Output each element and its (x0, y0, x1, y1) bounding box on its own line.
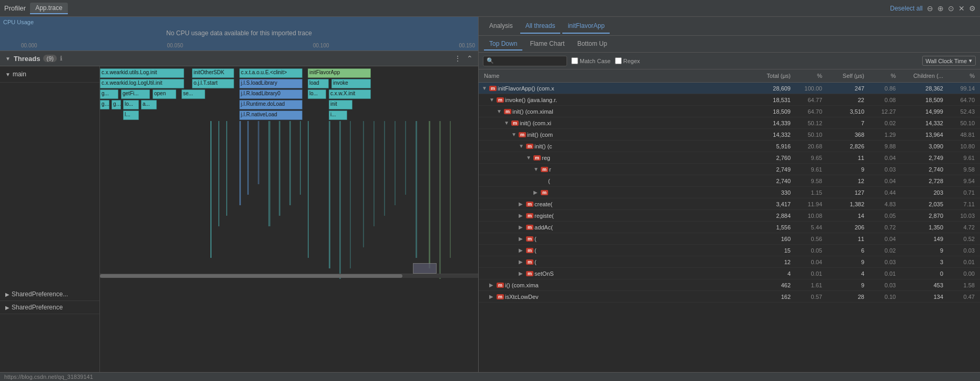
tab-all-threads[interactable]: All threads (520, 19, 561, 34)
sub-tab-top-down[interactable]: Top Down (484, 38, 522, 51)
expand-arrow[interactable]: ▶ (519, 224, 525, 230)
self-pct-cell: 0.02 (866, 120, 898, 126)
table-row[interactable]: ▼ m init() (c 5,916 20.68 2,826 9.88 3,0… (479, 141, 980, 152)
table-row[interactable]: ( 2,740 9.58 12 0.04 2,728 9.54 (479, 175, 980, 187)
flame-block[interactable]: load (308, 79, 329, 88)
flame-block[interactable]: c.x.wearkid.log.LogUtil.init (100, 79, 184, 88)
table-row[interactable]: ▶ m registe( 2,884 10.08 14 0.05 2,870 1… (479, 210, 980, 222)
shared-pref-expand-2[interactable]: ▶ (5, 305, 9, 310)
threads-menu-icon[interactable]: ⋮ (454, 54, 461, 63)
table-row[interactable]: ▶ m addAc( 1,556 5.44 206 0.72 1,350 4.7… (479, 222, 980, 233)
settings-icon[interactable]: ⚙ (969, 4, 976, 13)
table-row[interactable]: ▶ m create( 3,417 11.94 1,382 4.83 2,035… (479, 198, 980, 210)
flame-block[interactable]: se... (181, 89, 205, 99)
table-row[interactable]: ▼ m initFlavorApp() (com.x 28,609 100.00… (479, 83, 980, 94)
table-row[interactable]: ▶ m ( 160 0.56 11 0.04 149 0.52 (479, 233, 980, 245)
table-row[interactable]: ▼ m invoke() (java.lang.r. 18,531 64.77 … (479, 94, 980, 106)
expand-arrow[interactable]: ▼ (497, 108, 503, 114)
flame-block[interactable]: j.l.R.loadLibrary0 (239, 89, 302, 99)
flame-block[interactable]: initOtherSDK (192, 68, 234, 78)
search-icon: 🔍 (487, 57, 494, 64)
restore-icon[interactable]: ⊙ (948, 4, 954, 13)
horizontal-scrollbar[interactable] (100, 274, 478, 278)
expand-arrow[interactable]: ▶ (519, 236, 525, 242)
regex-checkbox[interactable]: Regex (615, 57, 640, 64)
search-input[interactable] (496, 57, 559, 65)
flame-block[interactable]: lo... (123, 100, 139, 109)
self-cell: 28 (824, 294, 866, 300)
expand-arrow[interactable]: ▶ (489, 294, 496, 299)
total-pct-cell: 50.10 (793, 132, 824, 138)
flame-block[interactable]: j.l.R.nativeLoad (239, 111, 302, 120)
table-row[interactable]: ▼ m init() (com.ximal 18,509 64.70 3,510… (479, 106, 980, 117)
table-row[interactable]: ▶ m ( 12 0.04 9 0.03 3 0.01 (479, 256, 980, 268)
deselect-all-button[interactable]: Deselect all (890, 5, 923, 12)
tab-analysis[interactable]: Analysis (484, 19, 518, 34)
shared-pref-thread-2[interactable]: ▶ SharedPreference (0, 301, 99, 314)
expand-arrow[interactable]: ▼ (519, 143, 525, 149)
expand-arrow[interactable]: ▼ (482, 85, 488, 91)
table-row[interactable]: ▶ m 330 1.15 127 0.44 203 0.71 (479, 187, 980, 198)
tab-init-flavor-app[interactable]: initFlavorApp (562, 19, 610, 34)
method-badge: m (533, 155, 541, 161)
flame-block[interactable]: open (153, 89, 176, 99)
shared-pref-expand-1[interactable]: ▶ (5, 292, 9, 297)
col-self: Self (μs) (824, 72, 866, 80)
expand-arrow[interactable]: ▶ (519, 270, 525, 276)
flame-block[interactable]: c.x.t.a.o.u.E.<clinit> (239, 68, 302, 78)
flame-block[interactable]: init (329, 100, 352, 109)
flame-block[interactable]: l... (123, 111, 139, 120)
maximize-icon[interactable]: ⊕ (937, 4, 944, 13)
search-box[interactable]: 🔍 (483, 56, 567, 66)
children-cell: 3 (898, 259, 945, 265)
threads-collapse-icon[interactable]: ⌃ (467, 54, 473, 63)
flame-block[interactable]: getFi... (121, 89, 150, 99)
flame-block[interactable]: initFlavorApp (308, 68, 371, 78)
flame-block[interactable]: g... (100, 100, 109, 109)
expand-arrow[interactable]: ▼ (526, 155, 532, 161)
flame-block[interactable]: g... (112, 100, 121, 109)
expand-arrow[interactable]: ▶ (519, 259, 525, 265)
method-badge: m (497, 97, 504, 103)
flame-block[interactable]: o.j.l.T.start (192, 79, 234, 88)
flame-block[interactable]: i... (329, 111, 347, 120)
flame-block[interactable]: invoke (331, 79, 371, 88)
match-case-checkbox[interactable]: Match Case (571, 57, 611, 64)
expand-arrow[interactable]: ▼ (504, 120, 510, 126)
table-row[interactable]: ▶ m setOnS 4 0.01 4 0.01 0 0.00 (479, 268, 980, 279)
flame-block[interactable]: j.l.Runtime.doLoad (239, 100, 302, 109)
sub-tab-bottom-up[interactable]: Bottom Up (572, 38, 612, 51)
self-pct-cell: 1.29 (866, 132, 898, 138)
minimize-icon[interactable]: ⊖ (927, 4, 933, 13)
self-pct-cell: 0.03 (866, 166, 898, 173)
table-row[interactable]: ▼ m reg 2,760 9.65 11 0.04 2,749 9.61 (479, 152, 980, 164)
main-thread-expand[interactable]: ▼ (5, 72, 11, 77)
flame-block[interactable]: j.l.S.loadLibrary (239, 79, 302, 88)
expand-arrow[interactable]: ▶ (519, 247, 525, 253)
expand-arrow[interactable]: ▼ (489, 97, 496, 103)
table-row[interactable]: ▼ m init() (com.xi 14,339 50.12 7 0.02 1… (479, 117, 980, 129)
flame-block[interactable]: c.x.wearkid.utils.Log.init (100, 68, 184, 78)
table-row[interactable]: ▶ m isXtcLowDev 162 0.57 28 0.10 134 0.4… (479, 291, 980, 303)
expand-arrow[interactable]: ▼ (511, 132, 518, 137)
table-row[interactable]: ▼ m r 2,749 9.61 9 0.03 2,740 9.58 (479, 164, 980, 175)
expand-arrow[interactable]: ▶ (533, 189, 540, 195)
app-tab[interactable]: App.trace (30, 3, 67, 14)
table-row[interactable]: ▼ m init() (com 14,332 50.10 368 1.29 13… (479, 129, 980, 141)
expand-arrow[interactable]: ▶ (519, 201, 525, 207)
expand-arrow[interactable]: ▼ (533, 166, 540, 172)
table-row[interactable]: ▶ m ( 15 0.05 6 0.02 9 0.03 (479, 245, 980, 256)
method-badge: m (526, 213, 533, 218)
flame-block[interactable]: lo... (308, 89, 326, 99)
flame-block[interactable]: c.x.w.X.init (329, 89, 371, 99)
sub-tab-flame-chart[interactable]: Flame Chart (524, 38, 570, 51)
shared-pref-thread-1[interactable]: ▶ SharedPreference... (0, 288, 99, 301)
expand-icon[interactable]: ▼ (5, 56, 11, 62)
clock-mode-select[interactable]: Wall Clock Time ▾ (922, 56, 976, 66)
expand-arrow[interactable]: ▶ (519, 213, 525, 218)
flame-block[interactable]: a... (141, 100, 157, 109)
table-row[interactable]: ▶ m i() (com.xima 462 1.61 9 0.03 453 1.… (479, 279, 980, 291)
close-icon[interactable]: ✕ (958, 4, 965, 13)
expand-arrow[interactable]: ▶ (489, 282, 496, 288)
flame-block[interactable]: g... (100, 89, 118, 99)
